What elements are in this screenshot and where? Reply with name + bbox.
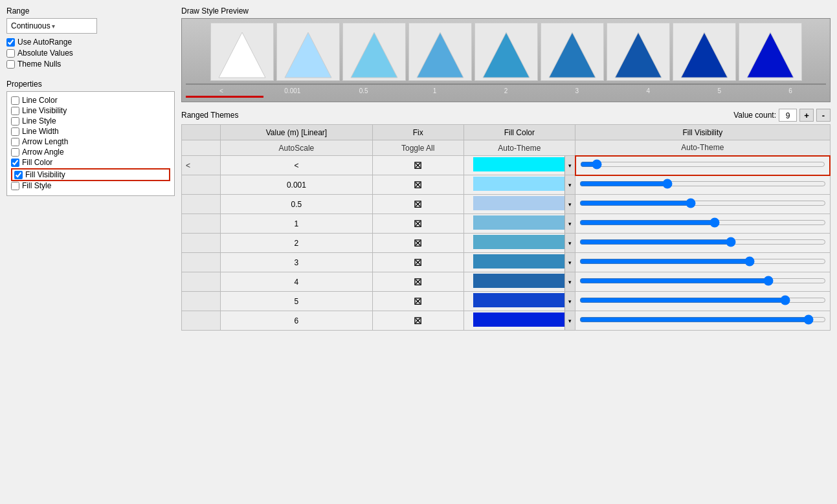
row-color-4[interactable]: ▾: [463, 272, 575, 292]
scale-label-1: 1: [399, 87, 471, 94]
row-slider-4[interactable]: [575, 272, 830, 292]
row-slider-6[interactable]: [575, 311, 830, 331]
line-width-checkbox[interactable]: [11, 127, 19, 136]
row-fix-lt[interactable]: ☒: [372, 156, 463, 175]
scale-label-05: 0.5: [328, 87, 399, 94]
range-dropdown[interactable]: Continuous ▾: [6, 18, 97, 34]
slider-6[interactable]: [579, 315, 825, 324]
color-dropdown-05[interactable]: ▾: [564, 195, 575, 214]
row-slider-3[interactable]: [575, 253, 830, 272]
table-row: 1 ☒ ▾: [182, 214, 831, 234]
slider-lt[interactable]: [580, 160, 825, 169]
slider-1[interactable]: [579, 218, 825, 227]
slider-5[interactable]: [579, 296, 825, 305]
line-style-checkbox[interactable]: [11, 117, 19, 126]
row-color-2[interactable]: ▾: [463, 234, 575, 253]
subheader-empty: [182, 140, 221, 156]
row-fix-4[interactable]: ☒: [372, 272, 463, 292]
row-color-lt[interactable]: ▾: [463, 156, 575, 175]
row-slider-lt[interactable]: [575, 156, 830, 175]
line-visibility-row: Line Visibility: [11, 106, 170, 115]
color-swatch-3: [473, 254, 566, 268]
slider-4[interactable]: [579, 276, 825, 285]
arrow-angle-row: Arrow Angle: [11, 148, 170, 157]
color-dropdown-0001[interactable]: ▾: [564, 175, 575, 194]
color-swatch-05: [473, 196, 566, 210]
slider-3[interactable]: [579, 257, 825, 266]
color-dropdown-3[interactable]: ▾: [564, 253, 575, 272]
fill-style-row: Fill Style: [11, 181, 170, 190]
arrow-length-label[interactable]: Arrow Length: [22, 137, 68, 146]
subheader-toggle-all[interactable]: Toggle All: [372, 140, 463, 156]
line-color-checkbox[interactable]: [11, 96, 19, 105]
preview-box: < 0.001 0.5 1 2 3 4 5 6: [181, 18, 831, 102]
fix-checkbox-icon: ☒: [414, 316, 422, 326]
row-label-5: [182, 292, 221, 311]
slider-0001[interactable]: [579, 179, 825, 188]
row-fix-2[interactable]: ☒: [372, 234, 463, 253]
row-color-1[interactable]: ▾: [463, 214, 575, 234]
color-dropdown-2[interactable]: ▾: [564, 234, 575, 252]
svg-marker-1: [285, 32, 331, 78]
theme-nulls-checkbox[interactable]: [6, 60, 15, 69]
subheader-auto-theme-color[interactable]: Auto-Theme: [463, 140, 575, 156]
col-value: Value (m) [Linear]: [221, 125, 373, 140]
row-color-3[interactable]: ▾: [463, 253, 575, 272]
color-dropdown-5[interactable]: ▾: [564, 292, 575, 311]
row-slider-2[interactable]: [575, 234, 830, 253]
line-style-label[interactable]: Line Style: [22, 116, 56, 126]
red-range-line: [186, 96, 263, 98]
subheader-auto-theme-visibility[interactable]: Auto-Theme: [575, 140, 830, 156]
row-color-05[interactable]: ▾: [463, 195, 575, 214]
row-fix-6[interactable]: ☒: [372, 311, 463, 331]
row-fix-0001[interactable]: ☒: [372, 175, 463, 195]
row-color-0001[interactable]: ▾: [463, 175, 575, 195]
row-value-4: 4: [221, 272, 373, 292]
row-slider-1[interactable]: [575, 214, 830, 234]
row-fix-05[interactable]: ☒: [372, 195, 463, 214]
fill-style-label[interactable]: Fill Style: [22, 181, 51, 190]
line-visibility-checkbox[interactable]: [11, 107, 19, 115]
table-row: 0.001 ☒ ▾: [182, 175, 831, 195]
slider-05[interactable]: [579, 199, 825, 208]
color-swatch-2: [473, 235, 566, 249]
col-empty: [182, 125, 221, 140]
color-dropdown-4[interactable]: ▾: [564, 272, 575, 291]
row-slider-5[interactable]: [575, 292, 830, 311]
fill-color-label[interactable]: Fill Color: [22, 158, 52, 167]
remove-button[interactable]: -: [816, 109, 831, 122]
use-autorange-label[interactable]: Use AutoRange: [17, 38, 72, 47]
arrow-length-checkbox[interactable]: [11, 138, 19, 146]
table-header-row: Value (m) [Linear] Fix Fill Color Fill V…: [182, 125, 831, 140]
row-fix-3[interactable]: ☒: [372, 253, 463, 272]
use-autorange-checkbox[interactable]: [6, 38, 15, 47]
properties-title: Properties: [6, 80, 175, 89]
theme-nulls-label[interactable]: Theme Nulls: [17, 60, 61, 69]
subheader-autoscale[interactable]: AutoScale: [221, 140, 373, 156]
row-slider-0001[interactable]: [575, 175, 830, 195]
row-slider-05[interactable]: [575, 195, 830, 214]
color-dropdown-1[interactable]: ▾: [564, 214, 575, 233]
row-color-5[interactable]: ▾: [463, 292, 575, 311]
line-visibility-label[interactable]: Line Visibility: [22, 106, 67, 115]
absolute-values-checkbox[interactable]: [6, 49, 15, 58]
arrow-angle-label[interactable]: Arrow Angle: [22, 148, 64, 157]
fix-checkbox-icon: ☒: [414, 238, 422, 248]
color-dropdown-lt[interactable]: ▾: [564, 156, 575, 175]
fill-visibility-label[interactable]: Fill Visibility: [25, 170, 65, 179]
add-button[interactable]: +: [799, 109, 814, 122]
color-dropdown-6[interactable]: ▾: [564, 311, 575, 330]
fill-visibility-checkbox[interactable]: [14, 171, 23, 179]
row-fix-1[interactable]: ☒: [372, 214, 463, 234]
line-color-label[interactable]: Line Color: [22, 96, 58, 105]
absolute-values-label[interactable]: Absolute Values: [17, 49, 73, 58]
row-fix-5[interactable]: ☒: [372, 292, 463, 311]
slider-2[interactable]: [579, 237, 825, 247]
line-width-label[interactable]: Line Width: [22, 127, 59, 136]
fill-style-checkbox[interactable]: [11, 182, 19, 190]
properties-box: Line Color Line Visibility Line Style Li…: [6, 91, 175, 196]
fill-color-checkbox[interactable]: [11, 159, 19, 167]
row-label-6: [182, 311, 221, 331]
arrow-angle-checkbox[interactable]: [11, 148, 19, 157]
row-color-6[interactable]: ▾: [463, 311, 575, 331]
